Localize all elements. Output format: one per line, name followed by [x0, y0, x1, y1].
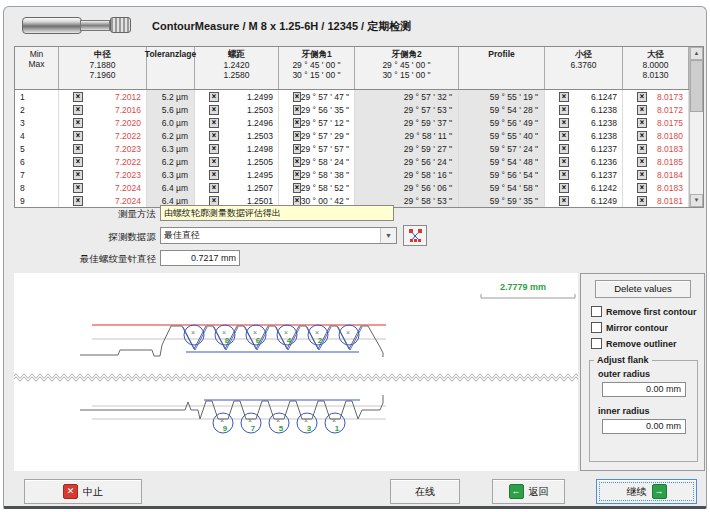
value-checkbox[interactable]: ×: [73, 92, 83, 102]
value-checkbox[interactable]: ×: [293, 92, 301, 102]
value-checkbox[interactable]: ×: [209, 157, 219, 167]
cell-value: 8.0183: [657, 144, 688, 154]
value-checkbox[interactable]: ×: [293, 157, 301, 167]
inner-radius-field[interactable]: 0.00 mm: [602, 419, 686, 434]
continue-button-label: 继续: [627, 485, 647, 499]
wire-x-mark: ×: [304, 417, 308, 424]
continue-button[interactable]: 继续 →: [596, 479, 697, 504]
wire-number: 5: [279, 424, 284, 433]
table-row[interactable]: 3×7.20206.0 µm×1.2496×29 ° 57 ' 12 "29 °…: [15, 116, 689, 129]
value-checkbox[interactable]: ×: [73, 183, 83, 193]
mirror-contour-checkbox[interactable]: [591, 322, 602, 333]
value-checkbox[interactable]: ×: [209, 170, 219, 180]
value-checkbox[interactable]: ×: [559, 118, 569, 128]
value-checkbox[interactable]: ×: [559, 196, 569, 206]
value-checkbox[interactable]: ×: [209, 131, 219, 141]
value-checkbox[interactable]: ×: [209, 118, 219, 128]
value-checkbox[interactable]: ×: [559, 157, 569, 167]
table-row[interactable]: 8×7.20246.4 µm×1.2507×29 ° 58 ' 52 "29 °…: [15, 181, 689, 194]
table-cell: 59 ° 54 ' 28 ": [459, 103, 545, 116]
table-cell: ×7.2016: [59, 103, 147, 116]
wire-number: 1: [335, 424, 340, 433]
table-cell: 59 ° 59 ' 35 ": [459, 194, 545, 207]
value-checkbox[interactable]: ×: [209, 105, 219, 115]
remove-first-contour-option[interactable]: Remove first contour: [591, 306, 697, 317]
table-row[interactable]: 2×7.20165.6 µm×1.2503×29 ° 56 ' 35 "29 °…: [15, 103, 689, 116]
value-checkbox[interactable]: ×: [293, 131, 301, 141]
value-checkbox[interactable]: ×: [73, 196, 83, 206]
table-cell: ×7.2023: [59, 142, 147, 155]
value-checkbox[interactable]: ×: [559, 183, 569, 193]
value-checkbox[interactable]: ×: [293, 196, 301, 206]
value-checkbox[interactable]: ×: [209, 144, 219, 154]
value-checkbox[interactable]: ×: [73, 157, 83, 167]
table-grid: MinMax中径7.18807.1960Toleranzlage螺距1.2420…: [15, 47, 689, 207]
value-checkbox[interactable]: ×: [209, 183, 219, 193]
value-checkbox[interactable]: ×: [637, 118, 647, 128]
value-checkbox[interactable]: ×: [293, 118, 301, 128]
delete-values-button[interactable]: Delete values: [595, 280, 691, 298]
value-checkbox[interactable]: ×: [637, 144, 647, 154]
probe-points-button[interactable]: [403, 225, 427, 246]
value-checkbox[interactable]: ×: [637, 92, 647, 102]
table-row[interactable]: 7×7.20236.3 µm×1.2495×29 ° 58 ' 38 "29 °…: [15, 168, 689, 181]
value-checkbox[interactable]: ×: [73, 118, 83, 128]
value-checkbox[interactable]: ×: [73, 170, 83, 180]
outer-radius-field[interactable]: 0.00 mm: [602, 382, 686, 397]
table-cell: ×8.0180: [623, 129, 689, 142]
value-checkbox[interactable]: ×: [293, 183, 301, 193]
value-checkbox[interactable]: ×: [637, 131, 647, 141]
value-checkbox[interactable]: ×: [637, 157, 647, 167]
table-row[interactable]: 5×7.20236.3 µm×1.2498×29 ° 57 ' 57 "29 °…: [15, 142, 689, 155]
scroll-up-icon[interactable]: ▲: [690, 47, 703, 60]
online-button[interactable]: 在线: [390, 479, 460, 504]
cell-value: 6.1238: [591, 105, 622, 115]
table-row[interactable]: 4×7.20226.2 µm×1.2503×29 ° 57 ' 29 "29 °…: [15, 129, 689, 142]
options-panel: Delete values Remove first contour Mirro…: [580, 273, 705, 471]
table-body: 1×7.20125.2 µm×1.2499×29 ° 57 ' 47 "29 °…: [15, 90, 689, 207]
value-checkbox[interactable]: ×: [559, 105, 569, 115]
value-checkbox[interactable]: ×: [559, 131, 569, 141]
value-checkbox[interactable]: ×: [559, 92, 569, 102]
chevron-down-icon[interactable]: ▼: [380, 228, 396, 243]
value-checkbox[interactable]: ×: [293, 105, 301, 115]
table-cell: 59 ° 56 ' 54 ": [459, 168, 545, 181]
wire-number: 7: [251, 424, 256, 433]
value-checkbox[interactable]: ×: [209, 196, 219, 206]
online-button-label: 在线: [415, 485, 435, 499]
cell-value: 1.2495: [247, 170, 278, 180]
value-checkbox[interactable]: ×: [637, 183, 647, 193]
value-checkbox[interactable]: ×: [73, 131, 83, 141]
value-checkbox[interactable]: ×: [559, 144, 569, 154]
scrollbar-thumb[interactable]: [690, 60, 703, 112]
table-cell: ×6.1237: [545, 142, 623, 155]
table-cell: 59 ° 54 ' 48 ": [459, 155, 545, 168]
table-row[interactable]: 6×7.20226.2 µm×1.2505×29 ° 58 ' 24 "29 °…: [15, 155, 689, 168]
cell-value: 7.2022: [115, 157, 146, 167]
scroll-down-icon[interactable]: ▼: [690, 194, 703, 207]
table-row[interactable]: 1×7.20125.2 µm×1.2499×29 ° 57 ' 47 "29 °…: [15, 90, 689, 103]
cell-value: 6.1247: [591, 92, 622, 102]
value-checkbox[interactable]: ×: [293, 144, 301, 154]
wire-diameter-field[interactable]: 0.7217 mm: [160, 250, 240, 266]
value-checkbox[interactable]: ×: [209, 92, 219, 102]
value-checkbox[interactable]: ×: [73, 144, 83, 154]
cell-value: 29 ° 58 ' 38 ": [301, 170, 354, 180]
value-checkbox[interactable]: ×: [73, 105, 83, 115]
value-checkbox[interactable]: ×: [637, 196, 647, 206]
value-checkbox[interactable]: ×: [559, 170, 569, 180]
mirror-contour-option[interactable]: Mirror contour: [591, 322, 668, 333]
abort-button[interactable]: ✕ 中止: [24, 479, 142, 504]
value-checkbox[interactable]: ×: [637, 170, 647, 180]
source-dropdown[interactable]: 最佳直径 ▼: [160, 227, 397, 244]
table-cell: ×1.2507: [195, 181, 279, 194]
table-scrollbar[interactable]: ▲ ▼: [689, 47, 703, 207]
remove-outliner-option[interactable]: Remove outliner: [591, 338, 677, 349]
cell-value: 8.0173: [657, 92, 688, 102]
remove-outliner-checkbox[interactable]: [591, 338, 602, 349]
remove-first-contour-checkbox[interactable]: [591, 306, 602, 317]
value-checkbox[interactable]: ×: [637, 105, 647, 115]
value-checkbox[interactable]: ×: [293, 170, 301, 180]
method-field[interactable]: 由螺纹轮廓测量数据评估得出: [160, 205, 394, 221]
back-button[interactable]: ← 返回: [492, 479, 565, 504]
